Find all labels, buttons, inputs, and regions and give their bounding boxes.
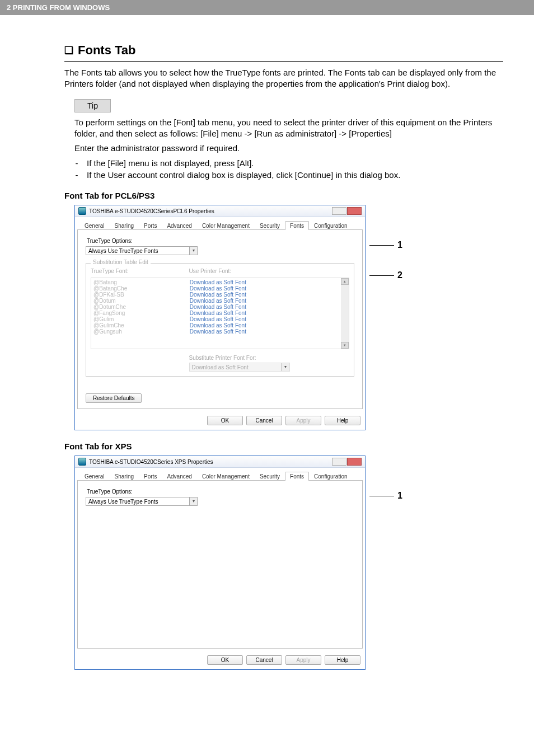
dash-icon: - bbox=[74, 169, 79, 181]
tab-ports[interactable]: Ports bbox=[139, 472, 162, 481]
callout-number-2: 2 bbox=[397, 270, 402, 280]
combo-value: Always Use TrueType Fonts bbox=[88, 248, 158, 254]
col-use-printer-font: Use Printer Font: bbox=[189, 268, 349, 274]
tab-body: 1 TrueType Options: Always Use TrueType … bbox=[77, 481, 363, 649]
tip-line2: Enter the administrator password if requ… bbox=[74, 143, 503, 154]
section-title: Fonts Tab bbox=[78, 43, 135, 58]
callout-number-1: 1 bbox=[397, 491, 402, 501]
dialog-button-row: OK Cancel Apply Help bbox=[75, 411, 365, 430]
truetype-label: TrueType Options: bbox=[87, 489, 354, 495]
restore-row: Restore Defaults bbox=[86, 393, 354, 403]
bullet-text: If the User account control dialog box i… bbox=[87, 169, 400, 181]
tab-color-management[interactable]: Color Management bbox=[197, 221, 255, 230]
font-row[interactable]: @BatangCheDownload as Soft Font bbox=[93, 285, 346, 292]
dash-icon: - bbox=[74, 157, 79, 169]
tab-fonts[interactable]: Fonts bbox=[285, 472, 309, 481]
section-heading: ❑ Fonts Tab bbox=[64, 43, 503, 58]
subheading-xps: Font Tab for XPS bbox=[64, 442, 503, 451]
scroll-down-icon[interactable]: ▾ bbox=[341, 342, 349, 349]
font-row[interactable]: @DFKai-SBDownload as Soft Font bbox=[93, 292, 346, 298]
ok-button[interactable]: OK bbox=[207, 416, 243, 425]
tab-strip: General Sharing Ports Advanced Color Man… bbox=[77, 219, 363, 230]
cancel-button[interactable]: Cancel bbox=[246, 416, 282, 425]
scroll-up-icon[interactable]: ▴ bbox=[341, 278, 349, 285]
subheading-pcl: Font Tab for PCL6/PS3 bbox=[64, 191, 503, 200]
help-button[interactable]: Help bbox=[325, 655, 360, 665]
callout-line bbox=[369, 496, 394, 496]
dialog-title: TOSHIBA e-STUDIO4520CSeriesPCL6 Properti… bbox=[89, 208, 214, 214]
tip-bullet-list: - If the [File] menu is not displayed, p… bbox=[74, 157, 503, 181]
tab-strip: General Sharing Ports Advanced Color Man… bbox=[77, 470, 363, 481]
cancel-button[interactable]: Cancel bbox=[246, 655, 282, 665]
bullet-text: If the [File] menu is not displayed, pre… bbox=[87, 157, 254, 169]
font-row[interactable]: @DotumDownload as Soft Font bbox=[93, 298, 346, 304]
dialog-pcl-wrap: TOSHIBA e-STUDIO4520CSeriesPCL6 Properti… bbox=[74, 205, 503, 430]
substitution-table-group: Substitution Table Edit TrueType Font: U… bbox=[86, 263, 354, 377]
dialog-xps-wrap: TOSHIBA e-STUDIO4520CSeries XPS Properti… bbox=[74, 456, 503, 670]
tab-security[interactable]: Security bbox=[255, 472, 285, 481]
callout-1: 1 bbox=[369, 240, 402, 250]
col-truetype-font: TrueType Font: bbox=[91, 268, 189, 274]
tip-line1: To perform settings on the [Font] tab me… bbox=[74, 117, 503, 140]
font-substitution-list[interactable]: ▴ ▾ @BatangDownload as Soft Font @Batang… bbox=[91, 278, 349, 349]
tab-general[interactable]: General bbox=[79, 472, 110, 481]
apply-button[interactable]: Apply bbox=[285, 655, 321, 665]
font-row[interactable]: @BatangDownload as Soft Font bbox=[93, 279, 346, 285]
titlebar: TOSHIBA e-STUDIO4520CSeriesPCL6 Properti… bbox=[75, 205, 365, 217]
tab-fonts[interactable]: Fonts bbox=[285, 221, 309, 230]
truetype-options-combo[interactable]: Always Use TrueType Fonts ▾ bbox=[86, 246, 198, 255]
close-window-button[interactable] bbox=[347, 458, 362, 466]
substitute-for-area: Substitute Printer Font For: Download as… bbox=[91, 355, 349, 372]
help-window-button[interactable] bbox=[332, 207, 346, 215]
font-row[interactable]: @GungsuhDownload as Soft Font bbox=[93, 328, 346, 335]
combo-value: Always Use TrueType Fonts bbox=[88, 499, 158, 505]
window-buttons bbox=[332, 458, 362, 466]
tab-configuration[interactable]: Configuration bbox=[309, 472, 352, 481]
scrollbar[interactable]: ▴ ▾ bbox=[341, 278, 349, 349]
tab-ports[interactable]: Ports bbox=[139, 221, 162, 230]
font-row[interactable]: @FangSongDownload as Soft Font bbox=[93, 310, 346, 316]
tip-bullet-1: - If the [File] menu is not displayed, p… bbox=[74, 157, 503, 169]
truetype-label: TrueType Options: bbox=[87, 238, 354, 244]
tip-label: Tip bbox=[87, 101, 98, 110]
combo-value: Download as Soft Font bbox=[192, 364, 249, 370]
restore-defaults-button[interactable]: Restore Defaults bbox=[86, 393, 142, 403]
font-row[interactable]: @GulimDownload as Soft Font bbox=[93, 316, 346, 322]
scroll-track[interactable] bbox=[341, 285, 349, 342]
apply-button[interactable]: Apply bbox=[285, 416, 321, 425]
callout-2: 2 bbox=[369, 270, 402, 280]
callout-number-1: 1 bbox=[397, 240, 402, 250]
bullet-square-icon: ❑ bbox=[64, 44, 73, 57]
tab-advanced[interactable]: Advanced bbox=[162, 221, 196, 230]
tab-color-management[interactable]: Color Management bbox=[197, 472, 255, 481]
truetype-options-combo[interactable]: Always Use TrueType Fonts ▾ bbox=[86, 497, 198, 506]
titlebar: TOSHIBA e-STUDIO4520CSeries XPS Properti… bbox=[75, 456, 365, 468]
chevron-down-icon: ▾ bbox=[189, 247, 197, 255]
tab-general[interactable]: General bbox=[79, 221, 110, 230]
tab-configuration[interactable]: Configuration bbox=[309, 221, 352, 230]
dialog-title: TOSHIBA e-STUDIO4520CSeries XPS Properti… bbox=[89, 459, 213, 465]
dialog-pcl: TOSHIBA e-STUDIO4520CSeriesPCL6 Properti… bbox=[74, 205, 366, 430]
tab-sharing[interactable]: Sharing bbox=[110, 221, 139, 230]
dialog-xps: TOSHIBA e-STUDIO4520CSeries XPS Properti… bbox=[74, 456, 366, 670]
chevron-down-icon: ▾ bbox=[189, 497, 197, 505]
font-row[interactable]: @GulimCheDownload as Soft Font bbox=[93, 322, 346, 328]
help-button[interactable]: Help bbox=[325, 416, 360, 425]
callout-line bbox=[369, 275, 394, 276]
tab-security[interactable]: Security bbox=[255, 221, 285, 230]
tip-bullet-2: - If the User account control dialog box… bbox=[74, 169, 503, 181]
font-list-header: TrueType Font: Use Printer Font: bbox=[91, 268, 349, 274]
help-window-button[interactable] bbox=[332, 458, 346, 466]
tip-label-box: Tip bbox=[74, 99, 111, 112]
ok-button[interactable]: OK bbox=[207, 655, 243, 665]
printer-icon bbox=[78, 207, 86, 215]
substitute-label: Substitute Printer Font For: bbox=[189, 355, 349, 361]
chapter-header: 2 PRINTING FROM WINDOWS bbox=[0, 0, 534, 15]
tab-advanced[interactable]: Advanced bbox=[162, 472, 196, 481]
close-window-button[interactable] bbox=[347, 207, 362, 215]
font-row[interactable]: @DotumCheDownload as Soft Font bbox=[93, 304, 346, 310]
window-buttons bbox=[332, 207, 362, 215]
callout-line bbox=[369, 245, 394, 246]
page-content: ❑ Fonts Tab The Fonts tab allows you to … bbox=[0, 43, 534, 670]
tab-sharing[interactable]: Sharing bbox=[110, 472, 139, 481]
